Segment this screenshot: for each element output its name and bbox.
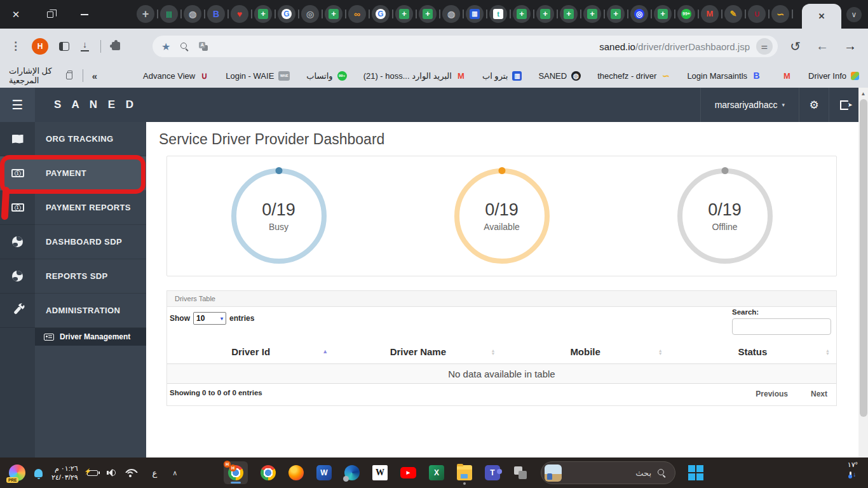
pinned-tab[interactable]: + (607, 5, 625, 23)
chrome-icon[interactable] (261, 465, 276, 480)
pinned-tab[interactable]: 99+ (677, 5, 695, 23)
copilot-icon[interactable]: PRE (9, 464, 25, 481)
battery-icon[interactable] (87, 470, 98, 476)
scroll-up-arrow[interactable]: ▲ (858, 88, 868, 97)
table-search-input[interactable] (732, 318, 831, 335)
clock[interactable]: ٠١:٢٦ م ٢٤/٠٣/٢٩ (51, 464, 78, 482)
sidebar-item-reports-sdp[interactable]: REPORTS SDP (0, 259, 146, 294)
pinned-tab[interactable]: ◍ (442, 5, 460, 23)
site-settings-icon[interactable]: ⚌ (756, 38, 773, 55)
pinned-tab[interactable]: + (536, 5, 554, 23)
sidebar-item-administration[interactable]: ADMINISTRATION (0, 294, 146, 328)
scrollbar[interactable]: ▲ (858, 88, 868, 458)
forward-button[interactable]: → (844, 39, 857, 53)
bookmark-item[interactable]: M (778, 71, 792, 81)
snip-icon[interactable] (513, 465, 528, 480)
side-panel-icon[interactable] (59, 42, 69, 51)
pinned-tab[interactable]: M (701, 5, 719, 23)
firefox-icon[interactable] (288, 465, 304, 480)
volume-icon[interactable] (107, 469, 116, 477)
pinned-tab[interactable]: ▥ (466, 5, 484, 23)
word-icon[interactable]: W (316, 465, 332, 480)
pinned-tab[interactable]: ∽ (771, 5, 789, 23)
taskbar-search[interactable]: بحث (541, 461, 675, 484)
entries-select[interactable]: 10 ▾ (193, 312, 226, 325)
logout-button[interactable] (829, 88, 858, 122)
sidebar-item-payment-reports[interactable]: PAYMENT REPORTS (0, 191, 146, 225)
bookmark-item[interactable]: Driver Info (808, 71, 859, 81)
teams-icon[interactable]: T (485, 465, 500, 480)
sidebar-toggle-button[interactable]: ☰ (0, 88, 35, 122)
window-restore-button[interactable] (43, 8, 57, 22)
window-close-button[interactable]: ✕ (9, 8, 23, 22)
start-button[interactable] (688, 465, 703, 480)
pinned-tab[interactable]: ◎ (301, 5, 319, 23)
weather-widget[interactable]: ١٧° ↓ (848, 461, 858, 478)
bookmark-item[interactable]: Login Marsaintls B (687, 71, 761, 81)
pinned-tab[interactable]: ∞ (348, 5, 366, 23)
tab-close-icon[interactable]: ✕ (818, 11, 825, 21)
notifications-bell-icon[interactable] (34, 469, 43, 477)
back-button[interactable]: ← (816, 39, 829, 53)
edge-icon[interactable] (344, 465, 360, 480)
pinned-tab[interactable]: ◎ (630, 5, 648, 23)
explorer-icon[interactable] (457, 465, 472, 480)
pinned-tab[interactable]: + (395, 5, 413, 23)
tab-search-button[interactable]: ∨ (846, 7, 862, 22)
column-mobile[interactable]: Mobile (502, 346, 669, 357)
bookmark-item[interactable]: Login - WAIE WAIE (226, 71, 290, 81)
language-indicator[interactable]: ع (153, 468, 158, 478)
address-bar[interactable]: ★ saned.io/driver/driverDashbaord.jsp ⚌ (153, 36, 778, 57)
wifi-icon[interactable] (125, 469, 136, 477)
bookmark-item[interactable]: بترو اب ▥ (482, 71, 522, 81)
window-minimize-button[interactable] (78, 8, 92, 22)
column-status[interactable]: Status (669, 346, 836, 357)
pinned-tab[interactable]: t (489, 5, 507, 23)
pinned-tab[interactable]: G (278, 5, 295, 23)
youtube-icon[interactable]: ▶ (400, 467, 416, 478)
bookmark-star-icon[interactable]: ★ (161, 41, 170, 53)
bookmark-item[interactable]: Advance View ∪ (143, 71, 209, 81)
chrome-active-app[interactable]: H H (224, 461, 248, 484)
pinned-tab[interactable]: ♥ (231, 5, 248, 23)
downloads-icon[interactable] (80, 41, 90, 51)
sidebar-item-payment[interactable]: PAYMENT (0, 156, 146, 191)
reload-button[interactable]: ↺ (790, 39, 801, 54)
profile-avatar[interactable]: H (32, 38, 48, 55)
pinned-tab[interactable]: + (583, 5, 601, 23)
browser-menu-button[interactable]: ⋮ (10, 39, 21, 53)
sidebar-subitem-driver-management[interactable]: Driver Management (0, 328, 146, 346)
pinned-tab[interactable]: + (325, 5, 342, 23)
scrollbar-thumb[interactable] (860, 99, 867, 417)
pinned-tab[interactable]: ✎ (724, 5, 742, 23)
zoom-icon[interactable] (180, 43, 189, 51)
sidebar-item-org-tracking[interactable]: ORG TRACKING (0, 122, 146, 156)
pinned-tab[interactable]: ◍ (184, 5, 201, 23)
translate-icon[interactable] (199, 42, 208, 51)
previous-page-button[interactable]: Previous (756, 390, 788, 398)
bookmark-item[interactable]: SANED ◍ (538, 71, 581, 81)
next-page-button[interactable]: Next (811, 390, 827, 398)
excel-icon[interactable]: X (429, 465, 444, 480)
pinned-tab[interactable]: B (207, 5, 225, 23)
pinned-tab[interactable]: ||| (160, 5, 178, 23)
sidebar-item-dashboard-sdp[interactable]: DASHBOARD SDP (0, 225, 146, 259)
tray-chevron-icon[interactable]: ∧ (172, 469, 177, 477)
settings-button[interactable]: ⚙ (799, 88, 829, 122)
pinned-tab[interactable]: + (137, 5, 154, 23)
user-menu[interactable]: marsariyadhacc ▾ (700, 88, 799, 122)
column-driver-id[interactable]: Driver Id (167, 346, 334, 357)
all-bookmarks-button[interactable]: كل الإشارات المرجعية (9, 66, 72, 85)
pinned-tab[interactable]: + (654, 5, 672, 23)
active-tab[interactable]: ✕ (802, 4, 841, 29)
pinned-tab[interactable]: + (560, 5, 578, 23)
bookmark-item[interactable]: thechefz - driver ∽ (597, 71, 670, 81)
pinned-tab[interactable]: + (254, 5, 272, 23)
column-driver-name[interactable]: Driver Name (334, 346, 501, 357)
extensions-icon[interactable] (112, 42, 120, 50)
pinned-tab[interactable]: + (419, 5, 437, 23)
bookmark-item[interactable]: (21) - hoss... البريد الوارد M (363, 71, 466, 81)
pinned-tab[interactable]: ∪ (748, 5, 766, 23)
pinned-tab[interactable]: G (372, 5, 390, 23)
collapse-bookmarks-icon[interactable]: « (92, 71, 97, 81)
